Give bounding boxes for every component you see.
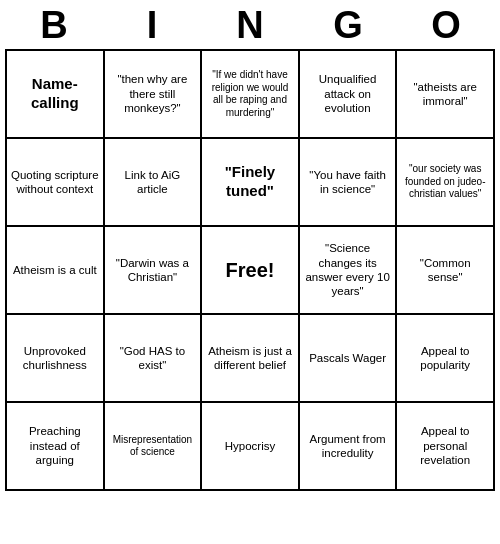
- bingo-cell-5: Quoting scripture without context: [7, 139, 105, 227]
- bingo-cell-9: "our society was founded on judeo-christ…: [397, 139, 495, 227]
- bingo-cell-16: "God HAS to exist": [105, 315, 203, 403]
- bingo-cell-15: Unprovoked churlishness: [7, 315, 105, 403]
- bingo-cell-7: "Finely tuned": [202, 139, 300, 227]
- bingo-cell-4: "atheists are immoral": [397, 51, 495, 139]
- bingo-cell-14: "Common sense": [397, 227, 495, 315]
- bingo-cell-19: Appeal to popularity: [397, 315, 495, 403]
- header-letter-n: N: [206, 4, 294, 47]
- header-letter-i: I: [108, 4, 196, 47]
- header-letter-b: B: [10, 4, 98, 47]
- header-letter-g: G: [304, 4, 392, 47]
- bingo-cell-13: "Science changes its answer every 10 yea…: [300, 227, 398, 315]
- bingo-cell-17: Atheism is just a different belief: [202, 315, 300, 403]
- bingo-cell-1: "then why are there still monkeys?": [105, 51, 203, 139]
- bingo-cell-6: Link to AiG article: [105, 139, 203, 227]
- bingo-cell-20: Preaching instead of arguing: [7, 403, 105, 491]
- bingo-grid: Name-calling"then why are there still mo…: [5, 49, 495, 491]
- bingo-cell-18: Pascals Wager: [300, 315, 398, 403]
- header-letter-o: O: [402, 4, 490, 47]
- bingo-cell-11: "Darwin was a Christian": [105, 227, 203, 315]
- bingo-cell-3: Unqualified attack on evolution: [300, 51, 398, 139]
- bingo-cell-8: "You have faith in science": [300, 139, 398, 227]
- bingo-header: BINGO: [5, 4, 495, 47]
- bingo-cell-10: Atheism is a cult: [7, 227, 105, 315]
- bingo-cell-22: Hypocrisy: [202, 403, 300, 491]
- bingo-card: BINGO Name-calling"then why are there st…: [5, 4, 495, 491]
- bingo-cell-12: Free!: [202, 227, 300, 315]
- bingo-cell-23: Argument from incredulity: [300, 403, 398, 491]
- bingo-cell-21: Misrepresentation of science: [105, 403, 203, 491]
- bingo-cell-0: Name-calling: [7, 51, 105, 139]
- bingo-cell-24: Appeal to personal revelation: [397, 403, 495, 491]
- bingo-cell-2: "If we didn't have religion we would all…: [202, 51, 300, 139]
